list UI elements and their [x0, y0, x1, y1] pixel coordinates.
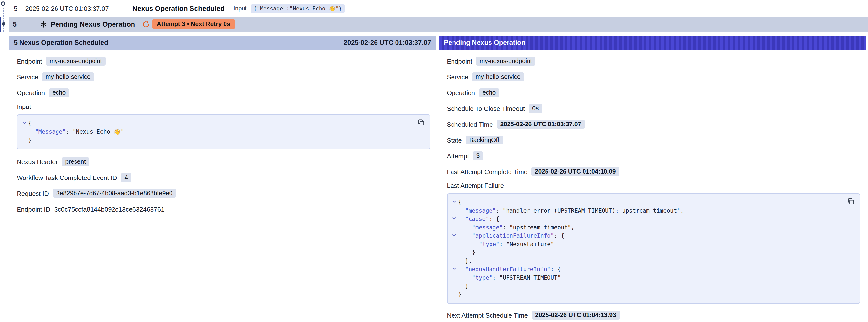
- field-label: Endpoint: [17, 58, 42, 65]
- collapse-caret-icon[interactable]: [20, 119, 28, 124]
- field-value-badge: 3e829b7e-7d67-4b08-aad3-b1e868bfe9e0: [53, 189, 176, 198]
- field-value-badge: my-hello-service: [42, 72, 94, 82]
- field-value-badge: my-nexus-endpoint: [476, 57, 536, 66]
- field-label: Request ID: [17, 190, 49, 197]
- code-line: "Message": "Nexus Echo 👋": [20, 128, 416, 136]
- event-history-content: 5 2025-02-26 UTC 01:03:37.07 Nexus Opera…: [9, 0, 868, 322]
- field-label: Operation: [17, 89, 45, 96]
- code-line: "nexusHandlerFailureInfo": {: [450, 265, 846, 274]
- timeline-connector-line: [3, 8, 4, 32]
- timeline-event-dot-icon: [2, 22, 5, 26]
- copy-icon[interactable]: [846, 197, 856, 206]
- code-line: }: [450, 290, 846, 299]
- code-gutter-spacer: [450, 206, 458, 208]
- failure-section-label: Last Attempt Failure: [447, 182, 860, 189]
- failure-json-lines: {"message": "handler error (UPSTREAM_TIM…: [450, 198, 846, 299]
- collapse-caret-icon[interactable]: [450, 198, 458, 203]
- input-json-lines: {"Message": "Nexus Echo 👋"}: [20, 119, 416, 144]
- endpoint-id-link[interactable]: 3c0c75ccfa8144b092c13ce632463761: [54, 205, 164, 213]
- timeline-gutter: [0, 0, 9, 35]
- code-gutter-spacer: [20, 136, 28, 138]
- code-line: "type": "UPSTREAM_TIMEOUT": [450, 274, 846, 282]
- field-label: Workflow Task Completed Event ID: [17, 174, 117, 181]
- next-attempt-row: Next Attempt Schedule Time 2025-02-26 UT…: [447, 310, 860, 321]
- code-gutter-spacer: [450, 282, 458, 284]
- pending-asterisk-icon: [40, 21, 46, 27]
- attempt-retry-badge: Attempt 3 • Next Retry 0s: [152, 19, 235, 29]
- copy-icon[interactable]: [416, 118, 426, 127]
- field-row: Endpoint my-nexus-endpoint: [17, 56, 430, 67]
- next-attempt-label: Next Attempt Schedule Time: [447, 312, 528, 319]
- field-label: Operation: [447, 89, 475, 96]
- field-value-badge: 3: [473, 151, 483, 160]
- field-value-badge: BackingOff: [466, 136, 503, 144]
- code-line: "message": "upstream timeout",: [450, 223, 846, 232]
- field-row: Endpoint my-nexus-endpoint: [447, 56, 860, 67]
- code-line: {: [20, 119, 416, 128]
- pending-operation-row[interactable]: 5 Pending Nexus Operation Attempt 3 • Ne…: [9, 17, 868, 32]
- field-value-badge: 4: [121, 173, 131, 182]
- code-gutter-spacer: [450, 249, 458, 251]
- field-label: State: [447, 136, 462, 144]
- field-value-badge: 2025-02-26 UTC 01:04:10.09: [531, 167, 619, 176]
- right-field-list: Endpoint my-nexus-endpoint Service my-he…: [447, 56, 860, 177]
- event-id-link[interactable]: 5: [14, 5, 17, 12]
- code-gutter-spacer: [450, 290, 458, 292]
- code-gutter-spacer: [450, 274, 458, 276]
- field-row: Schedule To Close Timeout 0s: [447, 103, 860, 114]
- field-row: Scheduled Time 2025-02-26 UTC 01:03:37.0…: [447, 119, 860, 130]
- field-row: Attempt 3: [447, 151, 860, 161]
- left-panel-body: Endpoint my-nexus-endpoint Service my-he…: [9, 50, 436, 215]
- event-timestamp: 2025-02-26 UTC 01:03:37.07: [25, 5, 108, 12]
- left-panel-title: 5 Nexus Operation Scheduled: [14, 39, 108, 46]
- code-gutter-spacer: [450, 223, 458, 225]
- event-input-label: Input: [234, 5, 247, 12]
- field-label: Nexus Header: [17, 158, 58, 165]
- code-line: "message": "handler error (UPSTREAM_TIME…: [450, 206, 846, 215]
- code-line: "applicationFailureInfo": {: [450, 232, 846, 240]
- collapse-caret-icon[interactable]: [450, 215, 458, 220]
- code-gutter-spacer: [20, 128, 28, 130]
- endpoint-id-row: Endpoint ID 3c0c75ccfa8144b092c13ce63246…: [17, 204, 430, 215]
- field-label: Service: [447, 73, 468, 80]
- endpoint-id-label: Endpoint ID: [17, 205, 50, 213]
- right-panel-header: Pending Nexus Operation: [439, 35, 866, 50]
- field-label: Attempt: [447, 152, 469, 160]
- field-row: Service my-hello-service: [447, 71, 860, 82]
- right-panel-body: Endpoint my-nexus-endpoint Service my-he…: [439, 50, 866, 321]
- input-json-viewer: {"Message": "Nexus Echo 👋"}: [17, 115, 430, 150]
- field-label: Endpoint: [447, 58, 472, 65]
- event-summary-row[interactable]: 5 2025-02-26 UTC 01:03:37.07 Nexus Opera…: [9, 0, 868, 17]
- field-row: Operation echo: [447, 87, 860, 98]
- scheduled-event-panel: 5 Nexus Operation Scheduled 2025-02-26 U…: [9, 35, 436, 322]
- input-section-label: Input: [17, 103, 430, 110]
- field-row: Service my-hello-service: [17, 71, 430, 82]
- field-label: Last Attempt Complete Time: [447, 168, 528, 175]
- selected-row-accent: [0, 17, 1, 32]
- field-label: Schedule To Close Timeout: [447, 105, 525, 112]
- field-value-badge: 2025-02-26 UTC 01:03:37.07: [497, 120, 585, 129]
- code-line: },: [450, 257, 846, 265]
- code-line: "cause": {: [450, 215, 846, 223]
- left-field-list-2: Nexus Header present Workflow Task Compl…: [17, 156, 430, 199]
- failure-json-viewer: {"message": "handler error (UPSTREAM_TIM…: [447, 193, 860, 304]
- code-line: }: [20, 136, 416, 144]
- code-line: "type": "NexusFailure": [450, 240, 846, 249]
- pending-event-id-link[interactable]: 5: [13, 21, 17, 28]
- right-panel-title: Pending Nexus Operation: [444, 39, 525, 46]
- left-field-list: Endpoint my-nexus-endpoint Service my-he…: [17, 56, 430, 98]
- field-value-badge: 0s: [529, 104, 542, 113]
- field-value-badge: my-hello-service: [472, 72, 524, 82]
- field-row: Last Attempt Complete Time 2025-02-26 UT…: [447, 166, 860, 177]
- left-panel-header: 5 Nexus Operation Scheduled 2025-02-26 U…: [9, 35, 436, 50]
- event-title: Nexus Operation Scheduled: [132, 4, 224, 12]
- code-gutter-spacer: [450, 257, 458, 259]
- collapse-caret-icon[interactable]: [450, 265, 458, 270]
- field-value-badge: echo: [479, 88, 499, 97]
- collapse-caret-icon[interactable]: [450, 232, 458, 237]
- left-panel-timestamp: 2025-02-26 UTC 01:03:37.07: [344, 39, 431, 46]
- field-value-badge: present: [62, 157, 89, 166]
- field-value-badge: echo: [49, 88, 69, 97]
- pending-operation-panel: Pending Nexus Operation Endpoint my-nexu…: [439, 35, 866, 322]
- field-row: State BackingOff: [447, 135, 860, 146]
